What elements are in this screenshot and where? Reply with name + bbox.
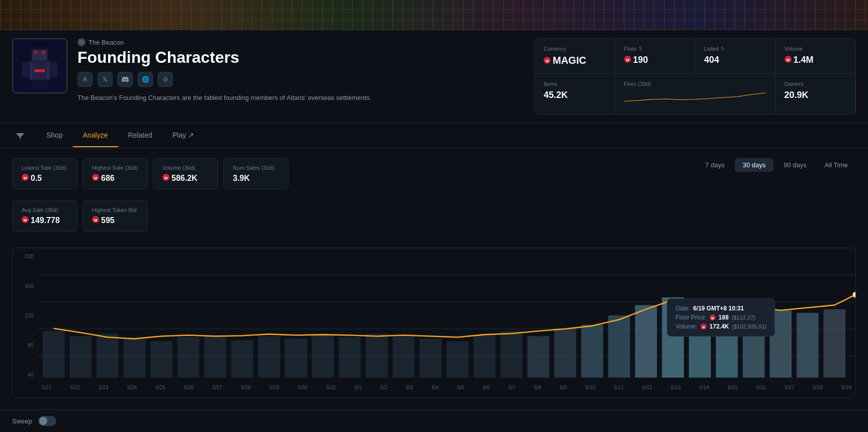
svg-rect-8 xyxy=(30,43,50,47)
stat-owners-value: 20.9K xyxy=(785,90,846,100)
stat-owners: Owners 20.9K xyxy=(775,74,856,114)
svg-rect-38 xyxy=(69,336,92,377)
tooltip-date-row: Date: 6/19 GMT+8 10:31 xyxy=(675,305,766,312)
time-btn-7days[interactable]: 7 days xyxy=(697,158,732,172)
tooltip-price-value: 188 xyxy=(719,314,729,321)
time-btn-alltime[interactable]: All Time xyxy=(817,158,856,172)
svg-rect-9 xyxy=(22,62,28,77)
time-btn-90days[interactable]: 90 days xyxy=(775,158,815,172)
sort-icon-listed: ⇅ xyxy=(721,46,725,51)
x-label-527: 5/27 xyxy=(212,385,222,398)
magic-icon-floor: M xyxy=(624,55,631,65)
tab-play[interactable]: Play ↗ xyxy=(162,124,204,147)
stats-row-2: Avg Sale (30d) M 149.778 Highest Token B… xyxy=(12,200,856,232)
x-label-521: 5/21 xyxy=(42,385,51,398)
highest-sale-value: M 686 xyxy=(92,174,138,183)
svg-rect-49 xyxy=(366,334,388,378)
y-label-120: 120 xyxy=(17,312,34,318)
x-label-531: 5/31 xyxy=(326,385,336,398)
magic-icon-tooltip-price: M xyxy=(710,314,716,320)
y-label-200: 200 xyxy=(17,253,34,259)
tooltip-price-row: Floor Price: M 188 ($112.27) xyxy=(675,314,766,321)
avatar-image xyxy=(13,38,66,93)
magic-icon-tooltip-vol: M xyxy=(701,323,707,330)
svg-rect-40 xyxy=(124,339,146,377)
stats-grid: Currency M MAGIC Floor ⇅ M 190 List xyxy=(534,38,856,115)
toggle-knob xyxy=(39,417,47,425)
y-label-40: 40 xyxy=(17,372,34,378)
profile-info: ⬡ The Beacon Founding Characters A 𝕏 🌐 ⊙… xyxy=(77,38,524,103)
svg-text:M: M xyxy=(24,218,27,223)
svg-text:M: M xyxy=(786,58,790,62)
x-label-62: 6/2 xyxy=(380,385,387,398)
stat-items: Items 45.2K xyxy=(535,74,615,114)
x-label-69: 6/9 xyxy=(560,385,567,398)
svg-rect-42 xyxy=(178,337,200,377)
stat-currency-label: Currency xyxy=(544,46,605,52)
tooltip-volume-label: Volume: xyxy=(675,323,697,330)
avg-sale-value: M 149.778 xyxy=(22,216,68,225)
x-label-61: 6/1 xyxy=(355,385,362,398)
stat-currency: Currency M MAGIC xyxy=(535,39,615,74)
chart-y-axis: 200 160 120 80 40 xyxy=(13,248,38,383)
x-label-523: 5/23 xyxy=(99,385,108,398)
stat-card-volume: Volume (30d) M 586.2K xyxy=(153,158,218,189)
chart-x-axis: 5/21 5/22 5/23 5/24 5/25 5/26 5/27 5/28 … xyxy=(38,383,855,398)
svg-rect-37 xyxy=(43,331,65,378)
sweep-toggle[interactable] xyxy=(38,416,56,426)
sweep-bar: Sweep xyxy=(0,409,868,432)
svg-rect-44 xyxy=(231,340,253,377)
time-selector: 7 days 30 days 90 days All Time xyxy=(697,158,856,172)
lowest-sale-value: M 0.5 xyxy=(22,174,68,183)
tab-analyze[interactable]: Analyze xyxy=(73,124,118,147)
stat-listed: Listed ⇅ 404 xyxy=(695,39,775,74)
stat-items-value: 45.2K xyxy=(544,90,605,100)
stat-items-label: Items xyxy=(544,81,605,87)
x-label-612: 6/12 xyxy=(642,385,652,398)
tab-shop[interactable]: Shop xyxy=(36,124,73,147)
num-sales-label: Num Sales (30d) xyxy=(233,165,279,171)
stat-card-highest-bid: Highest Token Bid M 595 xyxy=(82,200,148,232)
svg-rect-50 xyxy=(393,336,415,377)
svg-text:M: M xyxy=(702,326,705,329)
svg-text:M: M xyxy=(546,59,549,63)
time-btn-30days[interactable]: 30 days xyxy=(735,158,774,172)
highest-sale-label: Highest Sale (30d) xyxy=(92,165,138,171)
social-btn-a[interactable]: A xyxy=(77,72,93,87)
stats-row-1: Lowest Sale (30d) M 0.5 Highest Sale (30… xyxy=(12,158,856,189)
social-btn-web[interactable]: 🌐 xyxy=(138,72,153,87)
svg-text:M: M xyxy=(626,58,629,62)
social-btn-other[interactable]: ⊙ xyxy=(158,72,173,87)
svg-rect-56 xyxy=(554,329,576,378)
filter-button[interactable] xyxy=(12,128,28,144)
x-label-525: 5/25 xyxy=(155,385,165,398)
svg-text:M: M xyxy=(24,176,27,180)
x-label-526: 5/26 xyxy=(184,385,194,398)
svg-text:M: M xyxy=(94,176,98,180)
magic-icon-low: M xyxy=(22,174,29,183)
svg-rect-46 xyxy=(285,339,307,377)
svg-rect-14 xyxy=(32,80,39,90)
stat-card-lowest-sale: Lowest Sale (30d) M 0.5 xyxy=(12,158,77,189)
tab-related[interactable]: Related xyxy=(118,124,162,147)
social-btn-twitter[interactable]: 𝕏 xyxy=(98,72,113,87)
tooltip-price-label: Floor Price: xyxy=(675,314,706,321)
collection-avatar xyxy=(12,38,67,93)
stat-listed-value: 404 xyxy=(704,55,766,65)
price-chart[interactable]: 200 160 120 80 40 xyxy=(12,248,856,398)
social-btn-discord[interactable] xyxy=(118,72,133,87)
svg-rect-41 xyxy=(150,342,172,378)
x-label-522: 5/22 xyxy=(70,385,80,398)
stat-card-highest-sale: Highest Sale (30d) M 686 xyxy=(82,158,148,189)
x-label-615: 6/15 xyxy=(728,385,737,398)
svg-rect-52 xyxy=(447,342,469,378)
nav-bar: Shop Analyze Related Play ↗ xyxy=(0,123,868,148)
brand-icon: ⬡ xyxy=(77,38,85,46)
magic-icon-avg: M xyxy=(22,216,29,225)
svg-rect-65 xyxy=(797,313,819,378)
svg-rect-3 xyxy=(34,51,37,54)
svg-rect-39 xyxy=(97,334,119,378)
stat-currency-value: M MAGIC xyxy=(544,55,605,66)
stat-floor30-label: Floor (30d) xyxy=(624,81,766,87)
x-label-529: 5/29 xyxy=(270,385,279,398)
